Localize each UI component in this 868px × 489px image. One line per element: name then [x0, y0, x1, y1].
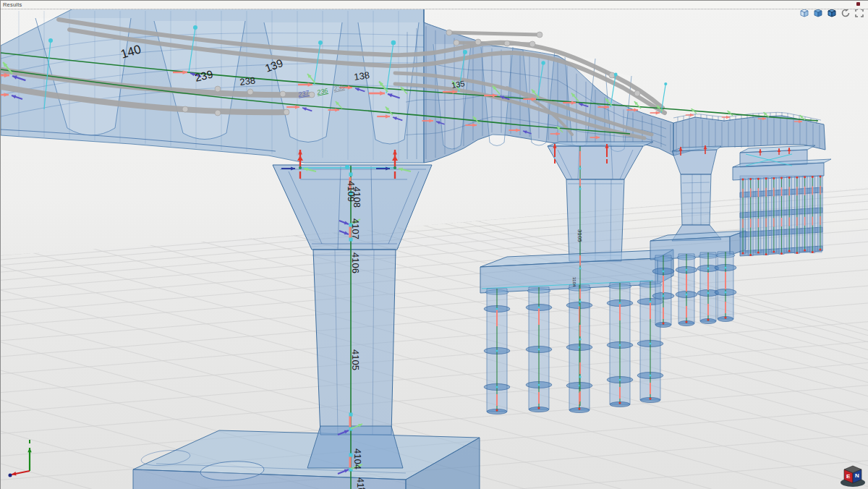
- compass-north-label: N: [855, 472, 859, 479]
- window-indicator-dot: [856, 2, 860, 6]
- pier-3-piles: [652, 252, 736, 328]
- member-label-238: 238: [239, 75, 256, 88]
- node-label-4105: 4105: [350, 349, 361, 370]
- abutment: [733, 145, 831, 256]
- node-label-4106: 4106: [350, 252, 361, 273]
- member-label-138: 138: [353, 69, 370, 82]
- application-window: Results: [0, 0, 868, 489]
- node-label-4107: 4107: [350, 218, 361, 239]
- node-label-3104: 3104: [572, 277, 576, 287]
- node-label-3105: 3105: [576, 229, 583, 242]
- compass-east-label: E: [846, 473, 851, 480]
- panel-title: Results: [3, 1, 22, 8]
- results-panel-header: Results: [1, 1, 868, 9]
- abutment-pile-group: [740, 176, 823, 257]
- node-label-4104: 4104: [352, 448, 363, 469]
- node-label-4108: 4108: [352, 187, 362, 208]
- 3d-viewport[interactable]: 1402391392381382372362351354109410841074…: [1, 1, 868, 489]
